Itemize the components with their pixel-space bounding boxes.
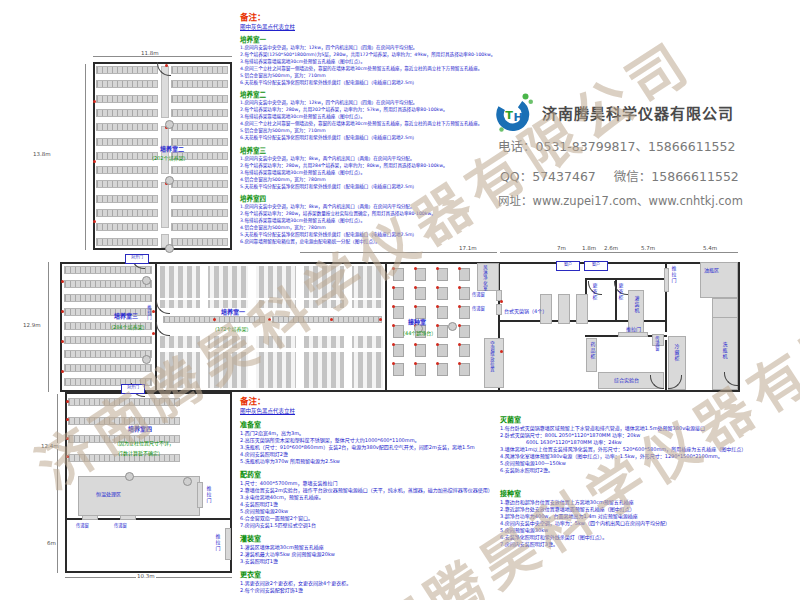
double-door-marker: 对开门: [125, 254, 149, 264]
note-line: 6.安装净化照明灯和紫外线杀菌灯（图中红点）。: [500, 534, 800, 541]
column-dot: [436, 343, 439, 346]
column-dot: [268, 318, 271, 321]
dim-left-mid: 12.9m: [22, 322, 42, 328]
equipment-block: [197, 482, 203, 508]
rack-bar: [171, 66, 228, 74]
oil-area-label: 油瓶区: [704, 267, 719, 274]
column-dot: [458, 305, 461, 308]
wall: [738, 262, 740, 392]
dim-r3: 2.6m: [603, 245, 619, 251]
clean-bench: [437, 287, 448, 300]
clean-bench: [415, 268, 426, 281]
column-dot: [61, 280, 64, 283]
pillar-circle: [448, 322, 457, 331]
clean-bench: [459, 306, 470, 319]
treat-area-label: 恒温处理区: [96, 491, 121, 498]
column-dot: [93, 100, 96, 103]
note-line: 2.灌装机最大功率5kw 房间预留电源20kw: [240, 551, 500, 558]
note-line: 6.房间靠墙预留配电箱位置，总电源由配电箱统一分配（图中红点）。: [240, 239, 660, 246]
column-dot: [152, 310, 155, 313]
column-dot: [61, 370, 64, 373]
rack-bar: [96, 166, 158, 174]
company-logo-icon: T H: [492, 92, 538, 134]
pillar-circle: [165, 244, 174, 253]
slide-door-label: 推拉门: [670, 266, 676, 284]
rack-bar: [171, 123, 228, 131]
bench-label: 综合实验台: [614, 377, 639, 384]
note-line: 2.靠墙位置安装2m实验台，操作平台放仪器预留电源插口（天平，纯水机，蒸馏器，磁…: [240, 487, 500, 494]
note-line: 5.铝合金窗高为500mm，宽为：710mm: [240, 73, 660, 80]
note-line: 600L 1630*1120*1870MM 功率：24kw: [500, 439, 800, 446]
column-dot: [458, 267, 461, 270]
clean-bench: [415, 287, 426, 300]
wall: [500, 390, 740, 392]
clean-bench: [437, 268, 448, 281]
pillar-circle: [142, 355, 151, 364]
clean-bench: [415, 363, 426, 376]
column-dot: [458, 362, 461, 365]
dim-bottom: 10.3m: [136, 573, 156, 579]
equipment-block: [712, 298, 738, 318]
room-note-jzs: （44个超净台）: [400, 330, 436, 336]
dimension-line: [48, 262, 49, 392]
note-line: 1.男更衣间放2个更衣柜，女更衣间放4个更衣柜。: [240, 580, 500, 587]
rack-bar: [96, 123, 158, 131]
room-label-py1: 培养室一: [221, 308, 245, 315]
column-dot: [392, 286, 395, 289]
column-dot: [66, 418, 69, 421]
note-line: 5.房间预留电源100—150kw: [500, 460, 800, 467]
dim-left-top: 13.8m: [32, 151, 52, 157]
rack-bar: [96, 195, 158, 203]
svg-text:T: T: [505, 109, 513, 122]
dim-top: 11.8m: [140, 50, 160, 56]
note-line: 5.房间预留电源30kw: [500, 527, 800, 534]
dim-left-bottom: 6m: [46, 540, 57, 546]
company-web: 网址：www.zupei17.com、www.cnhtkj.com: [498, 192, 743, 208]
dim-r1: 7m: [556, 245, 567, 251]
wardrobe-label: 更衣柜: [591, 283, 597, 301]
aisle-strip: [161, 182, 169, 228]
medicine-cabinet-label: 药品柜: [589, 342, 595, 360]
rack-bar: [64, 350, 152, 358]
column-dot: [152, 332, 155, 335]
pass-window-label: 传递窗: [472, 291, 485, 298]
dim-r2: 1.8m: [581, 245, 597, 251]
note-line: 2.靠近超净台处安放位置靠墙地面预留五孔插座（图中红点）: [500, 506, 800, 513]
equipment-block: [82, 515, 98, 520]
note-line: 3.墙体离地1m以上位置安装排风净化装置，外形尺寸：520*600*580mm，…: [500, 446, 800, 453]
dimension-line: [500, 252, 738, 253]
dim-r5: 5.4m: [702, 245, 718, 251]
notes-subtitle: 图中灰色黑点代表立柱: [240, 407, 500, 415]
section-heading: 更衣室: [240, 571, 500, 580]
pillar-circle: [142, 276, 151, 285]
wall: [585, 278, 667, 280]
company-qq-wechat: QQ：57437467 微信：15866611552: [500, 166, 739, 185]
room-note-py3: （284个培养架）: [108, 324, 148, 330]
note-line: 1.西门2扇宽4m，高为3m。: [240, 430, 500, 437]
clean-bench: [459, 363, 470, 376]
rack-bar: [96, 66, 158, 74]
note-line: 4.铝合金窗高为500mm，宽为：780mm: [240, 225, 660, 232]
note-line: 2.卧式灭菌锅尺寸：800L 2050*1120*1870MM 功率：20kw: [500, 432, 800, 439]
air-shower-label: 风淋净化室: [482, 265, 488, 292]
clean-bench: [459, 325, 470, 338]
note-line: 2.每个培养架(1250*500*1800mm)为5层，280w，共用172个培…: [240, 52, 660, 59]
dimension-line: [300, 252, 497, 253]
wechat-label: 微信：: [614, 169, 652, 184]
notes-title: 备注：: [240, 12, 660, 23]
wall: [385, 262, 387, 392]
column-dot: [392, 305, 395, 308]
pass-window-label: 传递窗: [472, 305, 485, 312]
note-line: 1.靠边台和超净台位置安放位置上方离地30cm预留五孔插座: [500, 499, 800, 506]
column-dot: [436, 324, 439, 327]
rack-band: [160, 352, 383, 388]
slide-door-label: 推拉门: [146, 305, 152, 321]
rack-bar: [171, 109, 228, 117]
rack-bar: [64, 336, 152, 344]
note-line: 2.每个房间安装配套灯饰1盏: [240, 587, 500, 594]
window-marker: 窗户: [584, 261, 608, 271]
column-dot: [436, 286, 439, 289]
note-line: 1.尺寸：4000*5700mm，靠墙安装推拉门: [240, 480, 500, 487]
pass-window-label: 传递窗: [76, 522, 89, 529]
washer-label: 洗瓶机: [721, 342, 727, 360]
